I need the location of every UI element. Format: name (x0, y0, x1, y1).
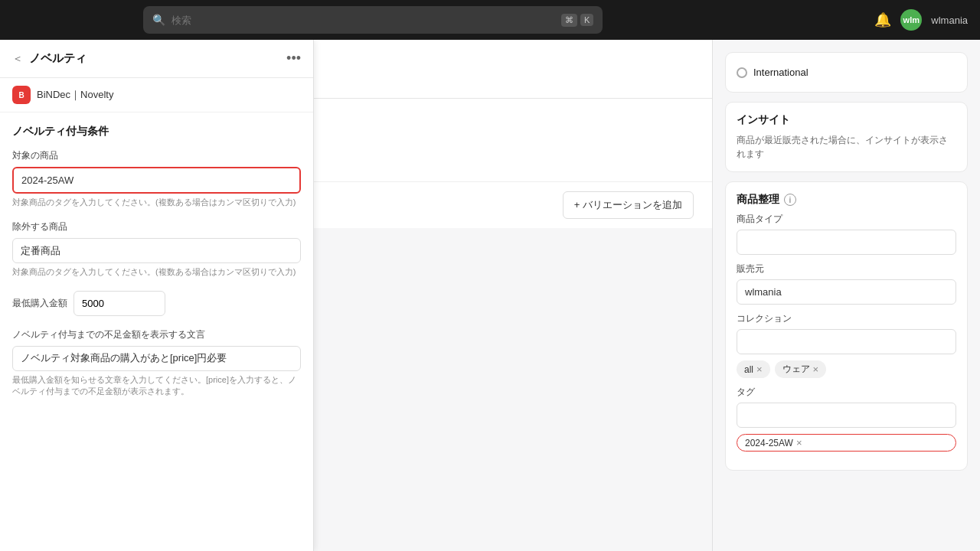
collection-row: コレクション all × ウェア × (737, 312, 956, 378)
target-product-hint: 対象商品のタグを入力してください。(複数ある場合はカンマ区切りで入力) (12, 197, 301, 208)
novelty-text-hint: 最低購入金額を知らせる文章を入力してください。[price]を入力すると、ノベル… (12, 374, 301, 398)
vendor-input[interactable] (737, 279, 956, 305)
chip-all-close[interactable]: × (756, 364, 763, 374)
min-price-input[interactable] (74, 291, 165, 316)
exclude-product-field: 除外する商品 対象商品のタグを入力してください。(複数ある場合はカンマ区切りで入… (12, 220, 301, 278)
exclude-product-input[interactable] (12, 238, 301, 263)
target-product-input[interactable] (12, 167, 301, 194)
active-tags: 2024-25AW × (737, 434, 956, 452)
k-key: K (580, 14, 593, 26)
brand-logo: B (12, 86, 31, 104)
novelty-header: ＜ ノベルティ ••• (0, 40, 313, 78)
search-bar[interactable]: 🔍 ⌘ K (143, 6, 603, 34)
tags-input[interactable] (737, 403, 956, 428)
insight-desc: 商品が最近販売された場合に、インサイトが表示されます (737, 133, 956, 161)
add-variation-button[interactable]: + バリエーションを追加 (563, 191, 694, 219)
chip-all-label: all (744, 364, 753, 375)
collection-chip-all: all × (737, 360, 770, 378)
topbar: 🔍 ⌘ K 🔔 wlm wlmania (0, 0, 980, 40)
min-price-row: 最低購入金額 (12, 291, 301, 316)
organizing-title-text: 商品整理 (737, 193, 779, 207)
more-button[interactable]: ••• (286, 51, 301, 67)
collection-input[interactable] (737, 329, 956, 354)
bell-icon[interactable]: 🔔 (874, 11, 891, 28)
target-product-field: 対象の商品 対象商品のタグを入力してください。(複数ある場合はカンマ区切りで入力… (12, 149, 301, 208)
novelty-text-label: ノベルティ付与までの不足金額を表示する文言 (12, 328, 301, 341)
search-icon: 🔍 (152, 14, 165, 26)
avatar: wlm (900, 9, 922, 31)
product-type-label: 商品タイプ (737, 213, 956, 226)
international-radio-row[interactable]: International (737, 64, 956, 81)
novelty-section-title: ノベルティ付与条件 (12, 125, 301, 139)
collection-label: コレクション (737, 312, 956, 325)
novelty-panel: ＜ ノベルティ ••• B BiNDec｜Novelty ノベルティ付与条件 対… (0, 40, 314, 551)
search-input[interactable] (172, 15, 555, 26)
brand-label: BiNDec｜Novelty (37, 88, 113, 102)
organizing-title: 商品整理 i (737, 193, 956, 207)
left-panel: M Size 身丈：69 身幅：55 肩幅：50 袖丈：61 L Size 身丈… (0, 40, 712, 551)
cmd-key: ⌘ (561, 14, 577, 27)
min-price-label: 最低購入金額 (12, 297, 67, 310)
tags-label: タグ (737, 386, 956, 399)
exclude-product-label: 除外する商品 (12, 220, 301, 233)
chip-wear-close[interactable]: × (813, 364, 819, 374)
right-panel: International インサイト 商品が最近販売された場合に、インサイトが… (712, 40, 980, 551)
collection-chip-wear: ウェア × (775, 360, 827, 378)
active-tag-close[interactable]: × (796, 437, 802, 448)
chip-wear-label: ウェア (782, 363, 810, 376)
product-type-row: 商品タイプ (737, 213, 956, 255)
novelty-text-field: ノベルティ付与までの不足金額を表示する文言 最低購入金額を知らせる文章を入力して… (12, 328, 301, 398)
novelty-text-input[interactable] (12, 346, 301, 371)
back-button[interactable]: ＜ (12, 52, 23, 66)
info-icon[interactable]: i (784, 194, 796, 206)
insight-title: インサイト (737, 113, 956, 127)
organizing-card: 商品整理 i 商品タイプ 販売元 コレクション all × (725, 181, 968, 471)
active-tag-chip: 2024-25AW × (737, 434, 956, 452)
target-product-label: 対象の商品 (12, 149, 301, 162)
novelty-title: ノベルティ (29, 51, 280, 66)
insight-card: インサイト 商品が最近販売された場合に、インサイトが表示されます (725, 102, 968, 172)
tags-row-field: タグ 2024-25AW × (737, 386, 956, 452)
vendor-row: 販売元 (737, 262, 956, 305)
product-type-input[interactable] (737, 230, 956, 255)
collection-chips-row: all × ウェア × (737, 360, 956, 378)
username-label: wlmania (931, 15, 968, 26)
international-card: International (725, 52, 968, 93)
vendor-label: 販売元 (737, 262, 956, 276)
search-shortcut: ⌘ K (561, 14, 593, 27)
international-radio[interactable] (737, 67, 747, 78)
topbar-right: 🔔 wlm wlmania (874, 9, 968, 31)
active-tag-label: 2024-25AW (745, 438, 793, 448)
international-label: International (753, 67, 808, 78)
main-content: M Size 身丈：69 身幅：55 肩幅：50 袖丈：61 L Size 身丈… (0, 40, 980, 551)
novelty-body: ノベルティ付与条件 対象の商品 対象商品のタグを入力してください。(複数ある場合… (0, 112, 313, 422)
exclude-product-hint: 対象商品のタグを入力してください。(複数ある場合はカンマ区切りで入力) (12, 266, 301, 278)
novelty-brand-row: B BiNDec｜Novelty (0, 78, 313, 112)
min-price-field: 最低購入金額 (12, 291, 301, 316)
